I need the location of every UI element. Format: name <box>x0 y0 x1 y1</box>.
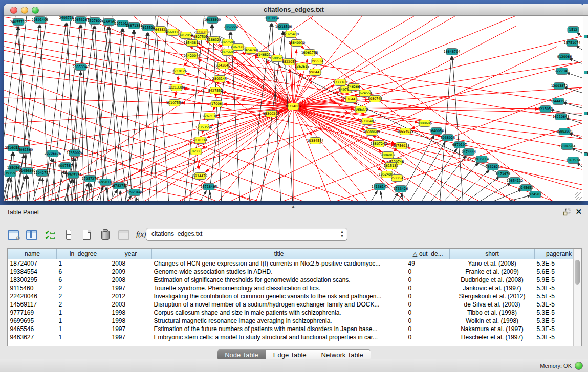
graph-node[interactable]: 10688609 <box>363 129 380 136</box>
graph-node[interactable]: 990443 <box>309 69 321 76</box>
row-height-icon[interactable] <box>62 229 75 241</box>
table-cell[interactable]: 1998 <box>110 309 152 317</box>
citation-edge-black[interactable] <box>81 72 84 201</box>
table-cell[interactable]: 9463627 <box>8 333 57 341</box>
citation-edge-black[interactable] <box>81 25 90 201</box>
table-cell[interactable]: Embryonic stem cells: a model to study s… <box>152 333 406 341</box>
table-cell[interactable]: 1997 <box>110 333 152 341</box>
column-header-short[interactable]: short <box>450 249 535 259</box>
citation-edge-black[interactable] <box>111 30 134 201</box>
graph-node[interactable]: 1527602 <box>88 18 102 25</box>
graph-node[interactable]: 2935114 <box>474 156 489 163</box>
table-cell[interactable]: 1 <box>57 317 110 325</box>
table-cell[interactable]: 2008 <box>110 259 152 268</box>
table-cell[interactable]: 1 <box>57 259 110 268</box>
table-row[interactable]: 1872400712008Changes of HCN gene express… <box>8 259 582 268</box>
citation-edge-black[interactable] <box>55 170 64 201</box>
graph-node[interactable]: 8222 <box>190 148 202 155</box>
graph-node[interactable]: 17957272 <box>82 176 99 182</box>
graph-node[interactable]: 12093872 <box>551 83 568 90</box>
graph-node[interactable]: 8427552 <box>208 87 223 94</box>
graph-node[interactable]: 2803144 <box>212 76 227 82</box>
graph-node[interactable]: 12444197 <box>550 98 567 105</box>
table-cell[interactable]: 2009 <box>110 268 152 276</box>
table-cell[interactable]: Corpus callosum shape and size in male p… <box>152 309 406 317</box>
column-header-in_degree[interactable]: in_degree <box>57 249 110 259</box>
new-column-icon[interactable] <box>81 229 93 241</box>
citation-edge-red[interactable] <box>293 87 582 106</box>
table-cell[interactable]: 6 <box>57 268 110 276</box>
table-cell[interactable]: 0 <box>406 300 450 309</box>
table-cell[interactable]: 0 <box>406 284 450 292</box>
table-cell[interactable]: Nakamura et al. (1997) <box>450 325 535 333</box>
table-cell[interactable]: de Silva et al. (2003) <box>450 300 535 309</box>
table-cell[interactable]: 9115460 <box>8 284 57 292</box>
table-cell[interactable]: 1 <box>57 325 110 333</box>
column-header-title[interactable]: title <box>152 249 406 259</box>
graph-node[interactable]: 7986372 <box>354 106 368 113</box>
citation-edge-black[interactable] <box>148 32 157 201</box>
graph-node[interactable]: 1080748 <box>368 96 382 102</box>
table-select[interactable]: citations_edges.txt ▲▼ <box>146 228 347 241</box>
graph-node[interactable]: 17006 <box>211 101 222 107</box>
table-cell[interactable]: 0 <box>406 309 450 317</box>
citation-edge-red[interactable] <box>25 106 293 201</box>
graph-node[interactable]: 16961758 <box>301 50 318 56</box>
graph-node[interactable]: 19654923 <box>397 128 414 135</box>
graph-node[interactable]: 6914479 <box>193 173 207 180</box>
delete-column-icon[interactable] <box>99 229 112 241</box>
table-cell[interactable]: Wolkin et al. (1998) <box>450 317 535 325</box>
graph-node[interactable]: 12325419 <box>282 31 299 38</box>
graph-node[interactable]: 12923446 <box>126 189 143 196</box>
graph-node[interactable]: 15751074 <box>564 40 581 47</box>
citation-edge-black[interactable] <box>17 176 26 201</box>
graph-node[interactable]: 3624554 <box>358 90 372 97</box>
graph-node[interactable]: 6879197 <box>452 142 467 148</box>
graph-node[interactable]: 8938924 <box>441 135 455 141</box>
citation-edge-black[interactable] <box>109 190 117 201</box>
citation-edge-black[interactable] <box>452 56 463 201</box>
citation-edge-red[interactable] <box>229 69 293 106</box>
table-cell[interactable]: Investigating the contribution of common… <box>152 292 406 300</box>
table-cell[interactable]: Jankovic et al. (1997) <box>450 284 535 292</box>
table-cell[interactable]: Disruption of a novel member of a sodium… <box>152 300 406 309</box>
table-cell[interactable]: 19384554 <box>8 268 57 276</box>
graph-node[interactable]: 24055712 <box>10 19 27 26</box>
float-panel-icon[interactable] <box>563 208 571 216</box>
table-cell[interactable]: 1 <box>57 309 110 317</box>
graph-node[interactable]: 16648794 <box>444 49 461 55</box>
graph-node[interactable]: 12213384 <box>168 84 185 91</box>
column-header-year[interactable]: year <box>110 249 152 259</box>
graph-node[interactable]: 9242848 <box>216 62 230 69</box>
graph-node[interactable]: 8813054 <box>265 16 279 22</box>
table-cell[interactable]: Hescheler et al. (1997) <box>450 333 535 341</box>
graph-node[interactable]: 18807243 <box>371 141 387 147</box>
table-cell[interactable]: 2 <box>57 300 110 309</box>
graph-node[interactable]: 7632621 <box>486 164 500 170</box>
graph-node[interactable]: 16782759 <box>111 183 128 189</box>
table-cell[interactable]: 18300295 <box>8 276 57 284</box>
graph-node[interactable]: 1615132 <box>384 163 398 169</box>
citation-edge-black[interactable] <box>148 16 169 201</box>
graph-node[interactable]: 9474444 <box>462 149 476 156</box>
graph-node[interactable]: 19384554 <box>307 138 324 144</box>
citation-edge-red[interactable] <box>301 16 557 201</box>
table-cell[interactable]: 14569117 <box>8 300 57 309</box>
citation-edge-black[interactable] <box>86 27 108 201</box>
table-cell[interactable]: Genome-wide association studies in ADHD. <box>152 268 406 276</box>
citation-edge-black[interactable] <box>120 190 122 201</box>
citation-edge-black[interactable] <box>231 32 240 201</box>
memory-status-icon[interactable] <box>575 362 583 370</box>
table-cell[interactable]: 0 <box>406 333 450 341</box>
graph-node[interactable]: 252254 <box>391 175 403 182</box>
network-window-titlebar[interactable]: citations_edges.txt <box>4 4 583 16</box>
graph-node[interactable]: 746266 <box>347 84 360 91</box>
table-cell[interactable]: 49 <box>406 259 450 268</box>
citation-edge-black[interactable] <box>74 180 76 201</box>
table-cell[interactable]: 2 <box>57 292 110 300</box>
graph-node[interactable]: 8471676 <box>496 171 510 178</box>
table-row[interactable]: 946554611997Estimation of the future num… <box>8 325 582 333</box>
table-cell[interactable]: 0 <box>406 325 450 333</box>
graph-node[interactable]: 8186328 <box>207 37 221 43</box>
graph-node[interactable]: 18300295 <box>263 111 280 117</box>
